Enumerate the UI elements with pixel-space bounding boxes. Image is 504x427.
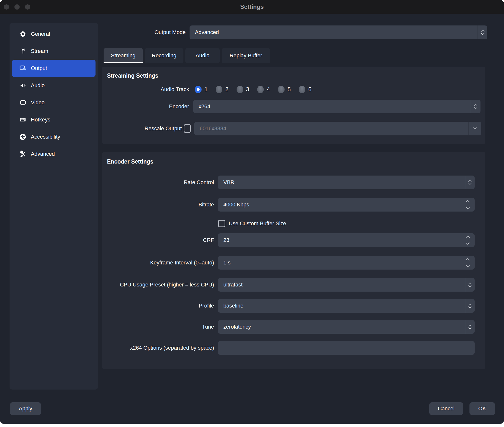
cpu-preset-select[interactable]: ultrafast <box>218 278 475 292</box>
bitrate-label: Bitrate <box>102 202 214 208</box>
sidebar: General Stream Output <box>10 23 98 390</box>
custom-buffer-checkbox[interactable] <box>218 220 225 227</box>
profile-select[interactable]: baseline <box>218 299 475 313</box>
tab-replay-buffer[interactable]: Replay Buffer <box>222 48 270 63</box>
tab-audio[interactable]: Audio <box>185 48 220 63</box>
stepper-updown-icon <box>478 25 487 39</box>
tune-label: Tune <box>102 324 214 330</box>
spin-up-down-icon <box>461 256 475 270</box>
sidebar-item-audio[interactable]: Audio <box>12 77 96 94</box>
radio-icon <box>257 86 264 93</box>
gear-icon <box>18 31 27 37</box>
window-title: Settings <box>0 3 504 10</box>
rescale-output-label: Rescale Output <box>102 125 182 132</box>
encoder-label: Encoder <box>102 103 189 110</box>
tab-recording[interactable]: Recording <box>145 48 183 63</box>
sidebar-item-video[interactable]: Video <box>12 94 96 111</box>
audio-track-6[interactable]: 6 <box>299 86 312 93</box>
audio-track-2[interactable]: 2 <box>216 86 228 93</box>
titlebar: Settings <box>0 0 504 14</box>
monitor-icon <box>18 99 27 106</box>
x264-options-label: x264 Options (separated by space) <box>102 345 214 351</box>
rate-control-label: Rate Control <box>102 179 214 186</box>
settings-window: Settings General Stream <box>0 0 504 424</box>
audio-track-5[interactable]: 5 <box>278 86 291 93</box>
stepper-updown-icon <box>465 278 475 292</box>
profile-label: Profile <box>102 303 214 309</box>
x264-options-input[interactable] <box>218 341 475 355</box>
rate-control-select[interactable]: VBR <box>218 176 475 189</box>
radio-icon <box>237 86 243 93</box>
chevron-down-icon <box>468 122 481 135</box>
sidebar-item-label: Video <box>31 99 45 106</box>
tools-icon <box>18 151 27 157</box>
sidebar-item-label: Audio <box>31 82 45 89</box>
stepper-updown-icon <box>465 299 475 313</box>
audio-track-3[interactable]: 3 <box>237 86 249 93</box>
sidebar-item-label: Stream <box>31 48 48 54</box>
sidebar-item-advanced[interactable]: Advanced <box>12 145 96 163</box>
encoder-settings-panel: Encoder Settings Rate Control VBR Bitrat… <box>102 152 485 369</box>
sidebar-item-label: Hotkeys <box>31 117 50 123</box>
crf-label: CRF <box>102 237 214 243</box>
sidebar-item-stream[interactable]: Stream <box>12 43 96 60</box>
keyframe-interval-spinbox[interactable]: 1 s <box>218 256 475 270</box>
cancel-button[interactable]: Cancel <box>429 402 463 415</box>
speaker-icon <box>18 82 27 89</box>
custom-buffer-label: Use Custom Buffer Size <box>229 220 286 227</box>
sidebar-item-label: Accessibility <box>31 134 60 140</box>
audio-track-label: Audio Track <box>102 86 189 93</box>
sidebar-item-label: Advanced <box>31 151 55 157</box>
accessibility-icon <box>18 133 27 140</box>
sidebar-item-hotkeys[interactable]: Hotkeys <box>12 111 96 128</box>
output-mode-select[interactable]: Advanced <box>190 25 487 39</box>
sidebar-item-accessibility[interactable]: Accessibility <box>12 128 96 145</box>
stepper-updown-icon <box>465 176 475 189</box>
rescale-resolution-combo[interactable]: 6016x3384 <box>194 122 481 135</box>
audio-track-4[interactable]: 4 <box>257 86 270 93</box>
sidebar-item-general[interactable]: General <box>12 25 96 43</box>
audio-track-radios: 1 2 3 4 5 <box>195 86 320 93</box>
radio-icon <box>299 86 305 93</box>
audio-track-1[interactable]: 1 <box>195 86 208 93</box>
encoder-select[interactable]: x264 <box>193 100 480 113</box>
encoder-settings-title: Encoder Settings <box>107 158 153 165</box>
streaming-settings-title: Streaming Settings <box>107 72 158 79</box>
output-mode-label: Output Mode <box>102 25 186 39</box>
ok-button[interactable]: OK <box>469 402 495 415</box>
sidebar-item-output[interactable]: Output <box>12 60 96 77</box>
radio-selected-icon <box>195 86 202 93</box>
output-screen-icon <box>18 65 27 72</box>
spin-up-down-icon <box>461 198 475 212</box>
stepper-updown-icon <box>465 320 475 334</box>
tune-select[interactable]: zerolatency <box>218 320 475 334</box>
rescale-output-checkbox[interactable] <box>184 124 191 133</box>
divider <box>102 65 485 65</box>
keyframe-interval-label: Keyframe Interval (0=auto) <box>102 260 214 266</box>
output-tabs: Streaming Recording Audio Replay Buffer <box>104 48 270 63</box>
sidebar-item-label: Output <box>31 65 47 71</box>
stepper-updown-icon <box>471 100 480 113</box>
keyboard-icon <box>18 116 27 123</box>
apply-button[interactable]: Apply <box>10 402 41 415</box>
cpu-preset-label: CPU Usage Preset (higher = less CPU) <box>102 282 214 288</box>
broadcast-icon <box>18 48 27 55</box>
sidebar-item-label: General <box>31 31 50 37</box>
streaming-settings-panel: Streaming Settings Audio Track 1 2 3 <box>102 67 485 144</box>
radio-icon <box>216 86 222 93</box>
radio-icon <box>278 86 285 93</box>
spin-up-down-icon <box>461 233 475 247</box>
bitrate-spinbox[interactable]: 4000 Kbps <box>218 198 475 212</box>
tab-streaming[interactable]: Streaming <box>104 48 143 63</box>
crf-spinbox[interactable]: 23 <box>218 233 475 247</box>
custom-buffer-row[interactable]: Use Custom Buffer Size <box>218 219 286 228</box>
